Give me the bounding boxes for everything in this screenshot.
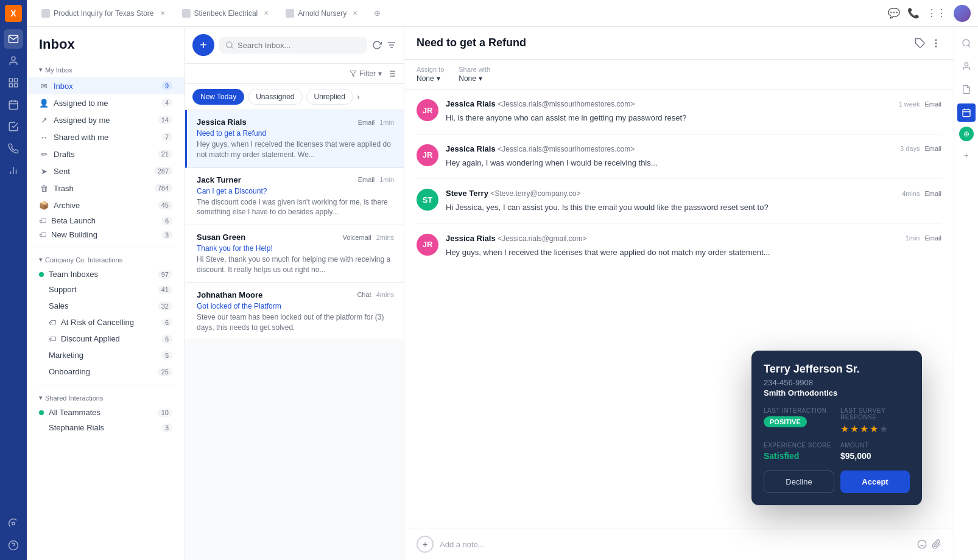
svg-rect-37 (963, 110, 970, 117)
chat-icon[interactable]: 💬 (888, 7, 900, 19)
star-rating: ★★★★★ (840, 423, 910, 435)
svg-point-12 (12, 522, 15, 525)
shared-section-toggle[interactable]: ▾ Shared Interactions (27, 390, 185, 405)
refresh-icon[interactable] (372, 40, 382, 50)
sidebar-item-discount[interactable]: 🏷 Discount Applied 6 (37, 331, 185, 347)
svg-rect-5 (9, 101, 18, 110)
right-globe-icon[interactable]: ⊕ (959, 127, 974, 141)
svg-point-15 (227, 42, 232, 47)
conversation-item-susan[interactable]: Susan Green Voicemail 2mins Thank you fo… (185, 225, 404, 283)
sort-options-icon[interactable] (387, 69, 396, 79)
right-files-icon[interactable] (957, 80, 976, 99)
right-search-icon[interactable] (957, 34, 976, 52)
tag-icon[interactable] (915, 38, 926, 49)
nav-analytics[interactable] (4, 161, 23, 180)
my-inbox-section: ▾ My Inbox ✉ Inbox 9 👤 Assigned to me 4 … (27, 60, 185, 244)
assign-icon: ↗ (39, 115, 49, 125)
sort-icon[interactable] (387, 40, 396, 50)
nav-calendar[interactable] (4, 95, 23, 114)
assign-row: Assign to None ▾ Share with None ▾ (404, 60, 954, 89)
phone-icon[interactable]: 📞 (907, 7, 920, 19)
sidebar-item-marketing[interactable]: Marketing 5 (37, 347, 185, 363)
share-with-group: Share with None ▾ (459, 66, 490, 83)
sidebar-item-sales[interactable]: Sales 32 (37, 298, 185, 314)
sidebar-item-trash[interactable]: 🗑 Trash 784 (27, 180, 185, 197)
assign-to-group: Assign to None ▾ (417, 66, 444, 83)
filter-icon (350, 70, 357, 77)
shared-section: ▾ Shared Interactions All Teammates 10 S… (27, 388, 185, 438)
tab-product-inquiry[interactable]: Product Inquiry for Texas Store ✕ (34, 5, 172, 21)
right-add-icon[interactable]: + (957, 146, 976, 164)
attachment-icon[interactable] (932, 539, 941, 549)
message-avatar-3: ST (417, 189, 438, 211)
archive-icon: 📦 (39, 200, 49, 210)
share-icon: ↔ (39, 132, 49, 142)
search-box[interactable] (219, 37, 367, 54)
tab-unreplied[interactable]: Unreplied (306, 89, 353, 105)
tab-icon-2 (182, 9, 191, 18)
sidebar-item-assigned-to-me[interactable]: 👤 Assigned to me 4 (27, 94, 185, 111)
draft-icon: ✏ (39, 149, 49, 159)
inbox-icon: ✉ (39, 81, 49, 91)
tab-new-today[interactable]: New Today (192, 89, 244, 105)
sidebar-item-beta-launch[interactable]: 🏷 Beta Launch 6 (27, 214, 185, 228)
sidebar-item-new-building[interactable]: 🏷 New Building 3 (27, 228, 185, 242)
message-body-2: Jessica Rials <Jessica.rials@missourihom… (446, 144, 941, 169)
app-logo[interactable]: X (5, 5, 22, 22)
team-items-list: Support 41 Sales 32 🏷 At Risk of Cancell… (27, 281, 185, 380)
right-contact-icon[interactable] (957, 57, 976, 75)
sidebar-item-support[interactable]: Support 41 (37, 281, 185, 298)
tab-close-icon[interactable]: ✕ (160, 10, 165, 16)
svg-rect-4 (9, 84, 12, 87)
sidebar-item-sent[interactable]: ➤ Sent 287 (27, 163, 185, 180)
compose-button[interactable]: + (192, 34, 214, 56)
reply-add-button[interactable]: + (417, 536, 434, 553)
company-section-toggle[interactable]: ▾ Company Co. Interactions (27, 252, 185, 267)
conversation-item-jessica[interactable]: Jessica Rials Email 1min Need to get a R… (185, 110, 404, 168)
nav-tasks[interactable] (4, 117, 23, 136)
filter-button[interactable]: Filter ▾ (350, 69, 382, 78)
sidebar-item-archive[interactable]: 📦 Archive 45 (27, 197, 185, 214)
tab-arnold[interactable]: Arnold Nursery ✕ (278, 5, 365, 21)
sidebar-item-onboarding[interactable]: Onboarding 25 (37, 363, 185, 380)
grid-icon[interactable]: ⋮⋮ (927, 7, 946, 19)
reply-placeholder[interactable]: Add a note... (440, 540, 911, 549)
user-icon: 👤 (39, 98, 49, 108)
sidebar-item-stephanie[interactable]: Stephanie Rials 3 (37, 419, 185, 436)
assign-to-dropdown[interactable]: None ▾ (417, 74, 444, 83)
nav-settings[interactable] (4, 514, 23, 533)
sidebar-team-inboxes[interactable]: Team Inboxes 97 (27, 267, 185, 281)
tab-stienbeck[interactable]: Stienbeck Electrical ✕ (175, 5, 276, 21)
tab-add-button[interactable]: ⊕ (370, 6, 384, 21)
chevron-icon: ▾ (39, 66, 43, 74)
sidebar-all-teammates[interactable]: All Teammates 10 (27, 405, 185, 419)
svg-rect-3 (15, 84, 18, 87)
emoji-icon[interactable] (917, 539, 927, 549)
accept-button[interactable]: Accept (840, 471, 910, 493)
sidebar-item-at-risk[interactable]: 🏷 At Risk of Cancelling 6 (37, 314, 185, 331)
conversation-item-jack[interactable]: Jack Turner Email 1min Can I get a Disco… (185, 168, 404, 226)
nav-reports[interactable] (4, 73, 23, 93)
sidebar-item-shared-with-me[interactable]: ↔ Shared with me 7 (27, 128, 185, 145)
nav-contacts[interactable] (4, 51, 23, 71)
sidebar-item-inbox[interactable]: ✉ Inbox 9 (27, 77, 185, 94)
tab-close-icon-3[interactable]: ✕ (353, 10, 357, 16)
my-inbox-toggle[interactable]: ▾ My Inbox (27, 62, 185, 77)
nav-inbox[interactable] (4, 29, 23, 49)
sidebar-item-assigned-by-me[interactable]: ↗ Assigned by me 14 (27, 111, 185, 128)
more-options-icon[interactable] (931, 38, 941, 49)
sidebar-item-drafts[interactable]: ✏ Drafts 21 (27, 145, 185, 163)
nav-phone[interactable] (4, 139, 23, 158)
conversation-item-johnathan[interactable]: Johnathan Moore Chat 4mins Got locked of… (185, 283, 404, 341)
share-with-dropdown[interactable]: None ▾ (459, 74, 490, 83)
user-avatar[interactable] (954, 5, 971, 22)
contact-company: Smith Orthodontics (764, 388, 910, 397)
decline-button[interactable]: Decline (764, 471, 834, 493)
tab-close-icon-2[interactable]: ✕ (264, 10, 269, 16)
tab-unassigned[interactable]: Unassigned (248, 89, 302, 105)
nav-help[interactable] (4, 536, 23, 555)
tabs-more-icon[interactable]: › (357, 92, 360, 102)
right-calendar-icon[interactable] (957, 103, 976, 122)
reply-area: + Add a note... (404, 528, 954, 560)
search-input[interactable] (237, 41, 361, 50)
